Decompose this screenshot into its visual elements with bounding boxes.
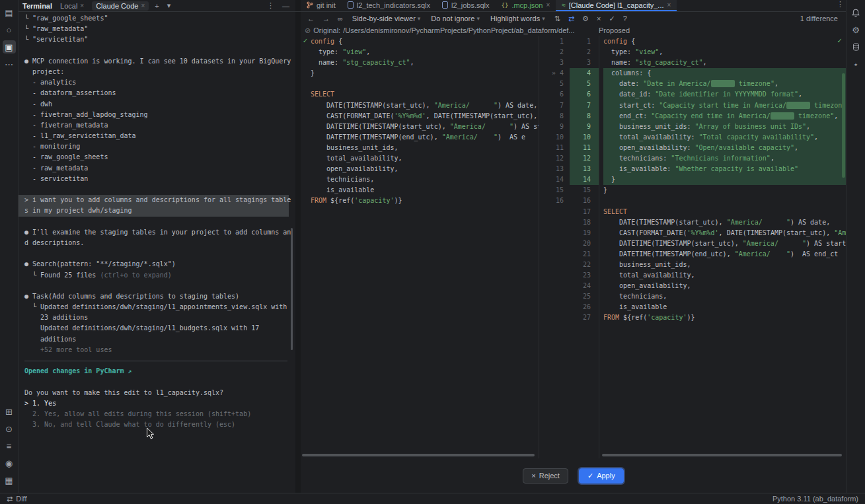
proposed-pane[interactable]: ✓ config { type: "view", name: "stg_capa… [599,36,846,458]
left-tool-strip: ▤ ○ ▣ ⋯ ⊞ ⊙ ≡ ◉ ▦ [0,0,19,493]
database-icon[interactable] [849,40,862,54]
more-tool-windows-icon[interactable]: ⋯ [3,57,16,71]
code-line: is_available [311,185,539,196]
tab-claude-code-l1-capacity[interactable]: ≈ [Claude Code] l1_capacity_... × [556,0,677,11]
terminal-panel[interactable]: └ "raw_google_sheets"└ "raw_metadata"└ "… [19,12,295,493]
terminal-title: Terminal [22,2,52,10]
close-icon[interactable]: × [667,1,671,9]
code-line: FROM ${ref('capacity')} [603,312,846,323]
code-line: CAST(FORMAT_DATE('%Y%m%d', DATE(TIMESTAM… [311,111,539,122]
terminal-output: └ "raw_google_sheets"└ "raw_metadata"└ "… [24,13,295,430]
code-line: SELECT [311,89,539,100]
original-header: ⊘ Original: /Users/denismironov/PycharmP… [301,26,599,35]
terminal-tab-label: Claude Code [96,2,138,10]
version-control-icon[interactable]: ▦ [3,474,16,487]
jump-to-source-icon[interactable]: ∞ [336,15,344,22]
code-line: DATE(TIMESTAMP(start_utc), "America/ ") … [311,100,539,111]
services-icon[interactable]: ⊙ [3,422,16,435]
tab-label: git init [317,1,336,9]
close-icon[interactable]: × [546,1,550,9]
diff-status-label[interactable]: Diff [16,495,26,503]
pycharm-window: ▤ ○ ▣ ⋯ ⊞ ⊙ ≡ ◉ ▦ Terminal Local × [0,0,865,504]
code-line: type: "view", [603,47,846,57]
tab-options-icon[interactable]: ⋮ [835,0,846,11]
viewer-mode-dropdown[interactable]: Side-by-side viewer ▾ [350,14,424,23]
json-file-icon: {} [502,2,509,9]
line-number: 5 [539,79,570,89]
diff-editor-area: ✓ config { type: "view", name: "stg_capa… [301,36,846,458]
structure-icon[interactable]: ≡ [3,439,16,452]
hide-terminal-icon[interactable]: — [280,2,291,10]
terminal-line: ● MCP connection is working. I can see 1… [24,56,295,67]
mouse-cursor [146,427,155,440]
terminal-tab-local[interactable]: Local × [56,1,88,11]
terminal-tool-icon[interactable]: ▣ [3,40,16,54]
code-line: } [603,174,846,185]
previous-difference-icon[interactable]: ← [306,15,316,22]
line-number: 9 [570,122,599,132]
original-pane[interactable]: ✓ config { type: "view", name: "stg_capa… [301,36,539,458]
terminal-line: - monitoring [24,141,295,152]
help-icon[interactable]: ? [622,15,628,22]
code-line: business_unit_ids: "Array of business un… [603,122,846,132]
new-terminal-tab-button[interactable]: + [153,2,161,10]
ignore-policy-dropdown[interactable]: Do not ignore ▾ [428,14,482,23]
terminal-scrollbar[interactable] [291,228,293,350]
reject-all-icon[interactable]: × [595,15,602,22]
tab-git-init[interactable]: git init [301,0,342,11]
diff-settings-icon[interactable]: ⚙ [581,15,590,23]
accept-all-icon[interactable]: ✓ [607,15,616,23]
synchronize-scrolling-icon[interactable]: ⇄ [567,15,576,23]
read-only-icon: ⊘ [305,26,311,35]
change-scroll-marker[interactable] [842,73,845,178]
next-difference-icon[interactable]: → [321,15,331,22]
terminal-options-icon[interactable]: ⋮ [265,1,276,10]
file-icon [442,1,448,9]
code-line: open_availability, [311,164,539,174]
ai-assistant-icon[interactable]: ⋆ [849,57,862,71]
terminal-line: - fivetran_metadata [24,120,295,131]
code-line: DATETIME(TIMESTAMP(end_utc), "America/ "… [311,132,539,143]
settings-gear-icon[interactable]: ⚙ [849,23,862,36]
close-icon[interactable]: × [141,2,145,9]
terminal-tab-claude-code[interactable]: Claude Code × [92,1,149,11]
close-icon[interactable]: × [80,2,84,9]
line-number: 6 [570,89,599,100]
terminal-line: └ Updated definitions/dwh/staging/l1_app… [24,302,295,312]
horizontal-scrollbar[interactable] [302,454,535,456]
code-line: end_ct: "Capacity end time in America/ t… [603,111,846,122]
commit-icon[interactable]: ○ [3,23,16,36]
include-change-checkmark-icon[interactable]: ✓ [303,37,308,44]
chevron-down-icon[interactable]: ▾ [165,1,173,10]
terminal-line: └ Found 25 files (ctrl+o to expand) [24,270,295,281]
notifications-bell-icon[interactable] [849,6,862,19]
python-packages-icon[interactable]: ⊞ [3,405,16,418]
panel-splitter[interactable] [295,12,301,493]
terminal-header: Terminal Local × Claude Code × + ▾ ⋮ — [19,0,295,11]
line-number: 18 [570,217,599,228]
line-number: 21 [570,249,599,260]
check-icon: ✓ [587,472,593,480]
horizontal-scrollbar[interactable] [602,454,842,456]
chevron-down-icon: ▾ [542,15,545,22]
python-interpreter-widget[interactable]: Python 3.11 (ab_dataform) [772,495,858,503]
code-line: DATETIME(TIMESTAMP(end_utc), "America/ "… [603,249,846,260]
reject-button[interactable]: × Reject [523,468,568,484]
apply-button[interactable]: ✓ Apply [579,468,624,484]
tab-l2-jobs[interactable]: l2_jobs.sqlx [436,0,495,11]
tab-mcp-json[interactable]: {} .mcp.json × [496,0,556,11]
code-line: SELECT [603,207,846,217]
problems-icon[interactable]: ◉ [3,456,16,470]
include-change-checkmark-icon[interactable]: ✓ [837,37,843,44]
code-line: is_available: "Whether capacity is avail… [603,164,846,174]
terminal-separator [24,355,295,366]
tab-l2-tech-indicators[interactable]: l2_tech_indicators.sqlx [342,0,436,11]
collapse-unchanged-icon[interactable]: ⇅ [553,15,562,23]
code-line: start_ct: "Capacity start time in Americ… [603,100,846,111]
line-number: 11 [570,143,599,153]
terminal-line: d descriptions. [24,238,295,248]
line-number: 12 [539,153,570,164]
project-icon[interactable]: ▤ [3,6,16,19]
highlighting-label: Highlight words [490,15,540,22]
highlighting-dropdown[interactable]: Highlight words ▾ [488,14,548,23]
